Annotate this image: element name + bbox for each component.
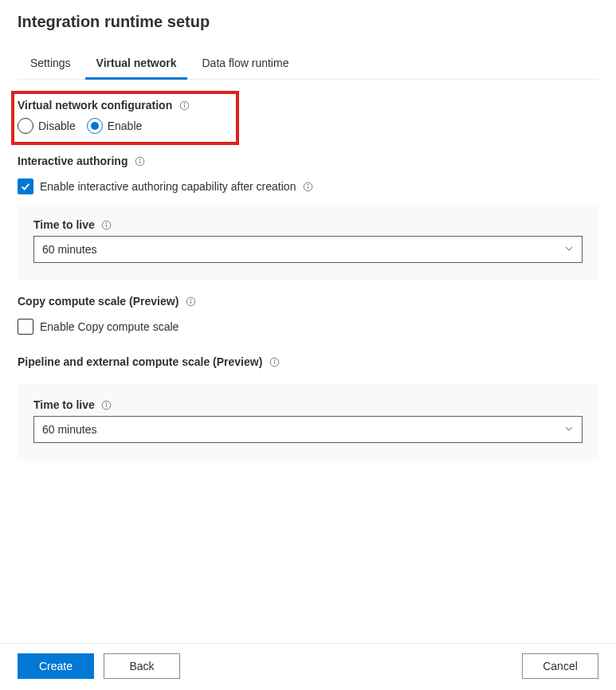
page-title: Integration runtime setup	[18, 13, 598, 31]
radio-enable[interactable]: Enable	[87, 118, 143, 134]
svg-point-5	[139, 159, 140, 159]
create-button[interactable]: Create	[18, 653, 94, 679]
info-icon[interactable]	[185, 296, 196, 307]
ttl-label: Time to live	[33, 398, 95, 411]
pipeline-compute-panel: Time to live 60 minutes	[18, 384, 598, 461]
radio-enable-label: Enable	[108, 120, 143, 132]
svg-point-11	[106, 222, 107, 223]
radio-disable[interactable]: Disable	[18, 118, 76, 134]
tab-bar: Settings Virtual network Data flow runti…	[18, 49, 598, 80]
tab-data-flow-runtime[interactable]: Data flow runtime	[189, 49, 301, 79]
vnet-config-label: Virtual network configuration	[18, 99, 172, 112]
checkbox-enable-interactive-authoring-label: Enable interactive authoring capability …	[40, 180, 296, 193]
ttl-label: Time to live	[33, 218, 95, 231]
checkbox-enable-copy-compute-label: Enable Copy compute scale	[40, 320, 179, 333]
tab-settings[interactable]: Settings	[18, 49, 84, 79]
checkbox-enable-copy-compute[interactable]	[18, 319, 33, 335]
svg-point-2	[184, 103, 185, 104]
svg-point-14	[190, 299, 191, 300]
interactive-authoring-panel: Time to live 60 minutes	[18, 204, 598, 280]
info-icon[interactable]	[101, 399, 112, 410]
ttl-dropdown-pipeline[interactable]: 60 minutes	[33, 416, 583, 443]
pipeline-compute-scale-label: Pipeline and external compute scale (Pre…	[18, 355, 262, 368]
ttl-dropdown-value: 60 minutes	[42, 243, 96, 256]
cancel-button[interactable]: Cancel	[522, 653, 598, 679]
ttl-dropdown-value: 60 minutes	[42, 423, 96, 436]
chevron-down-icon	[564, 423, 574, 436]
radio-disable-label: Disable	[38, 120, 76, 132]
tab-virtual-network[interactable]: Virtual network	[84, 49, 190, 79]
svg-point-17	[274, 359, 275, 360]
vnet-config-highlight: Virtual network configuration Disable En…	[11, 91, 239, 145]
info-icon[interactable]	[134, 155, 145, 167]
ttl-dropdown-interactive[interactable]: 60 minutes	[33, 236, 583, 263]
chevron-down-icon	[564, 243, 574, 256]
footer: Create Back Cancel	[0, 643, 616, 690]
info-icon[interactable]	[302, 181, 313, 192]
interactive-authoring-label: Interactive authoring	[18, 155, 128, 167]
info-icon[interactable]	[179, 100, 190, 111]
checkbox-enable-interactive-authoring[interactable]	[18, 178, 33, 194]
back-button[interactable]: Back	[104, 653, 180, 679]
svg-point-8	[308, 184, 308, 185]
copy-compute-scale-label: Copy compute scale (Preview)	[18, 295, 179, 308]
svg-point-20	[106, 402, 107, 403]
info-icon[interactable]	[269, 356, 280, 367]
info-icon[interactable]	[101, 219, 112, 230]
